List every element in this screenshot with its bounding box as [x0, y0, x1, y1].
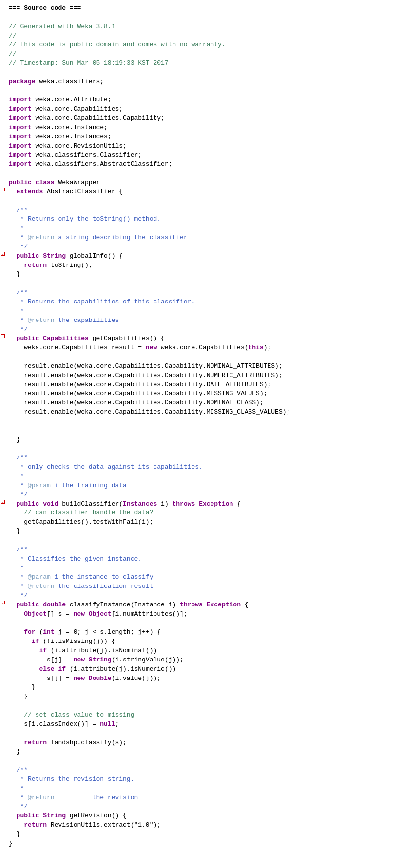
code-line-67: Object[] s = new Object[i.numAttributes(… [0, 610, 403, 619]
code-line-71: if (i.attribute(j).isNominal()) [0, 646, 403, 656]
code-text: } [7, 683, 399, 692]
code-line-40: result.enable(weka.core.Capabilities.Cap… [0, 362, 403, 371]
fold-indicator[interactable]: - [0, 601, 6, 604]
code-line-25: * [0, 224, 403, 233]
code-text [7, 417, 399, 426]
code-line-61: * Classifies the given instance. [0, 555, 403, 564]
code-line-56: // can classifier handle the data? [0, 509, 403, 518]
code-text: for (int j = 0; j < s.length; j++) { [7, 628, 399, 637]
code-text: weka.core.Capabilities result = new weka… [7, 343, 399, 353]
code-text: } [7, 692, 399, 701]
fold-indicator[interactable]: - [0, 334, 6, 338]
code-line-12: import weka.core.Capabilities; [0, 105, 403, 114]
code-text: result.enable(weka.core.Capabilities.Cap… [7, 408, 399, 417]
code-text [7, 169, 399, 178]
code-text: // [7, 50, 399, 59]
code-text: public double classifyInstance(Instance … [7, 601, 399, 610]
code-line-7: // Timestamp: Sun Mar 05 18:19:33 KST 20… [0, 59, 403, 68]
code-text: * only checks the data against its capab… [7, 463, 399, 472]
code-text: * [7, 784, 399, 793]
code-text: import weka.core.Instance; [7, 123, 399, 132]
code-text: */ [7, 325, 399, 335]
code-text [7, 68, 399, 77]
code-text: * @return the classification result [7, 582, 399, 591]
code-text: } [7, 527, 399, 536]
code-line-53: * @param i the training data [0, 481, 403, 491]
code-text: import weka.core.Capabilities; [7, 105, 399, 114]
code-text: extends AbstractClassifier { [7, 188, 399, 197]
code-text [7, 426, 399, 435]
code-text: * @return a string describing the classi… [7, 233, 399, 243]
code-line-32: /** [0, 288, 403, 298]
code-line-13: import weka.core.Capabilities.Capability… [0, 114, 403, 123]
code-line-30: } [0, 270, 403, 279]
code-text [7, 536, 399, 546]
code-text: * Classifies the given instance. [7, 555, 399, 564]
code-line-63: * @param i the instance to classify [0, 573, 403, 582]
code-line-57: getCapabilities().testWithFail(i); [0, 518, 403, 527]
code-text: public String globalInfo() { [7, 252, 399, 261]
code-line-44: result.enable(weka.core.Capabilities.Cap… [0, 398, 403, 408]
code-line-87: * @return the revision [0, 793, 403, 803]
code-text: } [7, 747, 399, 756]
fold-indicator[interactable]: - [0, 188, 6, 191]
code-text: */ [7, 491, 399, 500]
code-line-58: } [0, 527, 403, 536]
code-line-35: * @return the capabilities [0, 316, 403, 325]
code-line-11: import weka.core.Attribute; [0, 95, 403, 105]
code-line-49 [0, 445, 403, 454]
code-text: * [7, 564, 399, 573]
code-text: * [7, 472, 399, 481]
code-text: } [7, 830, 399, 839]
code-text: * [7, 224, 399, 233]
code-line-45: result.enable(weka.core.Capabilities.Cap… [0, 408, 403, 417]
code-text: */ [7, 802, 399, 811]
code-text: */ [7, 591, 399, 601]
code-text: public Capabilities getCapabilities() { [7, 334, 399, 343]
code-text [7, 756, 399, 766]
code-text [7, 197, 399, 206]
code-text: result.enable(weka.core.Capabilities.Cap… [7, 398, 399, 408]
code-line-62: * [0, 564, 403, 573]
code-text: return toString(); [7, 261, 399, 270]
code-text: public class WekaWrapper [7, 178, 399, 188]
code-text: getCapabilities().testWithFail(i); [7, 518, 399, 527]
code-text: result.enable(weka.core.Capabilities.Cap… [7, 389, 399, 398]
code-text: Object[] s = new Object[i.numAttributes(… [7, 610, 399, 619]
code-line-15: import weka.core.Instances; [0, 132, 403, 142]
code-text: package weka.classifiers; [7, 77, 399, 87]
code-text [7, 729, 399, 738]
code-line-90: return RevisionUtils.extract("1.0"); [0, 821, 403, 830]
code-line-48: } [0, 435, 403, 445]
code-line-19 [0, 169, 403, 178]
code-line-81: return landshp.classify(s); [0, 738, 403, 748]
code-line-69: for (int j = 0; j < s.length; j++) { [0, 628, 403, 637]
code-text: */ [7, 243, 399, 252]
code-line-9: package weka.classifiers; [0, 77, 403, 87]
code-text [7, 13, 399, 22]
code-body: === Source code === // Generated with We… [0, 4, 403, 849]
code-text: /** [7, 766, 399, 775]
code-line-26: * @return a string describing the classi… [0, 233, 403, 243]
code-line-66: - public double classifyInstance(Instanc… [0, 601, 403, 610]
code-text: * [7, 307, 399, 316]
code-text: import weka.core.Capabilities.Capability… [7, 114, 399, 123]
code-line-36: */ [0, 325, 403, 335]
code-text [7, 279, 399, 288]
code-text: // Generated with Weka 3.8.1 [7, 22, 399, 32]
fold-indicator[interactable]: - [0, 500, 6, 504]
code-line-46 [0, 417, 403, 426]
code-text: s[j] = new String(i.stringValue(j)); [7, 656, 399, 665]
fold-indicator[interactable]: - [0, 252, 6, 256]
code-text: * @param i the training data [7, 481, 399, 491]
code-line-39 [0, 353, 403, 362]
code-line-72: s[j] = new String(i.stringValue(j)); [0, 656, 403, 665]
code-text: return RevisionUtils.extract("1.0"); [7, 821, 399, 830]
code-container: === Source code === // Generated with We… [0, 0, 403, 868]
code-line-28: - public String globalInfo() { [0, 252, 403, 261]
code-line-54: */ [0, 491, 403, 500]
code-line-85: * Returns the revision string. [0, 775, 403, 784]
code-text: // Timestamp: Sun Mar 05 18:19:33 KST 20… [7, 59, 399, 68]
code-text: // set class value to missing [7, 711, 399, 720]
code-line-10 [0, 87, 403, 96]
